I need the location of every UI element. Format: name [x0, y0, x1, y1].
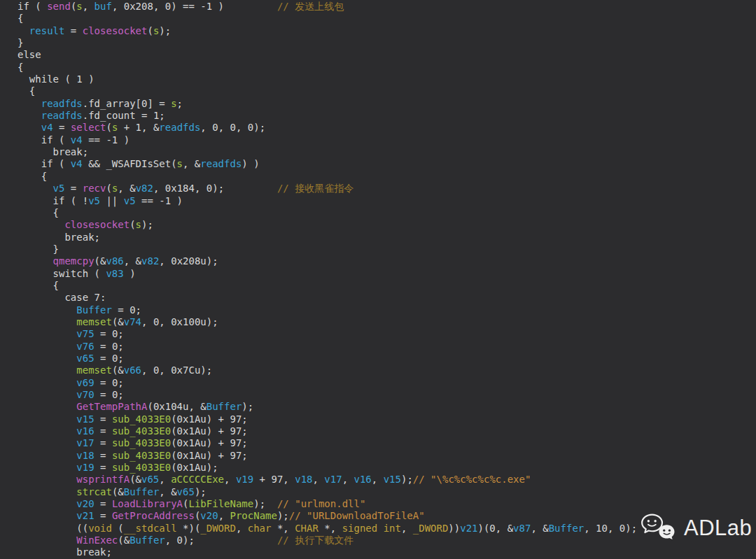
code-token	[18, 450, 76, 461]
code-token: switch (	[18, 268, 106, 279]
code-token: break;	[18, 146, 88, 157]
code-token	[18, 413, 76, 425]
code-token: readfds	[41, 110, 83, 121]
code-token: void	[88, 523, 112, 534]
code-token: (	[147, 25, 153, 36]
code-line: v18 = sub_4033E0(0x1Au) + 97;	[18, 450, 756, 462]
code-line: Buffer = 0;	[18, 304, 756, 316]
code-token: ) )	[241, 158, 259, 169]
code-token: , 0, 0x7Cu);	[141, 365, 212, 376]
code-token: ,	[342, 474, 354, 485]
code-token: s	[76, 1, 82, 12]
code-token: {	[18, 85, 35, 97]
code-token: (&	[112, 486, 124, 497]
code-token	[18, 255, 53, 267]
code-token: , 0, 0, 0);	[200, 122, 265, 133]
code-token: , 0x208u);	[159, 255, 218, 267]
code-token: ))	[448, 523, 460, 534]
code-token: Buffer	[549, 523, 584, 534]
code-token: memset	[76, 316, 112, 327]
code-token: = 0;	[112, 304, 141, 316]
code-token: readfds	[159, 122, 200, 133]
code-token: closesocket	[64, 219, 130, 230]
code-token: );	[401, 474, 413, 485]
code-line: readfds.fd_array[0] = s;	[18, 98, 756, 110]
code-token: v69	[76, 377, 94, 388]
code-token: ||	[100, 195, 124, 206]
code-token: v66	[124, 365, 141, 376]
adlab-logo-text: ADLab	[684, 516, 752, 541]
code-token: =	[53, 122, 71, 133]
code-token: =	[94, 462, 112, 473]
code-token: .fd_count = 1;	[83, 110, 165, 121]
wechat-icon	[640, 511, 678, 545]
code-token: Buffer	[206, 401, 242, 412]
code-token: if (	[18, 158, 71, 169]
code-token: )(0, &	[478, 523, 514, 534]
code-token: (&	[112, 316, 124, 327]
code-token	[18, 486, 76, 497]
code-token	[18, 353, 76, 364]
code-line: if ( !v5 || v5 == -1 )	[18, 195, 756, 207]
code-line: memset(&v74, 0, 0x100u);	[18, 316, 756, 328]
code-line: closesocket(s);	[18, 219, 756, 231]
code-token: , 0);	[165, 535, 277, 546]
code-token: v4	[41, 122, 53, 133]
code-token: ,	[372, 474, 384, 485]
code-token: Buffer	[76, 304, 112, 316]
code-token: ProcName	[230, 510, 277, 521]
code-line: v15 = sub_4033E0(0x1Au) + 97;	[18, 413, 756, 425]
code-token: buf	[94, 1, 112, 12]
code-token: ,	[401, 523, 413, 534]
code-token: );	[277, 510, 289, 521]
code-line: {	[18, 280, 756, 292]
code-token: v5	[88, 195, 100, 206]
code-token: =	[64, 25, 82, 36]
code-token: v15	[76, 413, 94, 425]
code-token: v18	[76, 450, 94, 461]
code-token	[18, 377, 76, 388]
code-line: if ( v4 && _WSAFDIsSet(s, &readfds) )	[18, 158, 756, 170]
code-token	[18, 401, 76, 412]
code-token: LibFileName	[188, 498, 253, 509]
code-token: v18	[295, 474, 312, 485]
code-token: =	[94, 413, 112, 425]
code-token	[18, 341, 76, 352]
code-token: ;	[177, 98, 183, 109]
code-token: strcat	[76, 486, 112, 497]
code-token: v17	[324, 474, 342, 485]
code-token: (	[106, 122, 111, 133]
code-token: = 0;	[94, 341, 124, 352]
code-line: v16 = sub_4033E0(0x1Au) + 97;	[18, 425, 756, 437]
code-token	[18, 462, 76, 473]
code-line: strcat(&Buffer, &v65);	[18, 486, 756, 498]
code-token: Buffer	[124, 486, 160, 497]
code-line: switch ( v83 )	[18, 268, 756, 280]
code-token: *,	[271, 523, 295, 534]
code-token: s	[136, 219, 141, 230]
code-token: (0x1Au) + 97;	[171, 437, 248, 448]
code-token: , &	[183, 158, 200, 169]
code-token: GetProcAddress	[112, 510, 195, 521]
code-token	[18, 437, 76, 448]
code-token: else	[18, 49, 41, 60]
code-token: v16	[354, 474, 372, 485]
code-token: _DWORD	[200, 523, 236, 534]
code-line: readfds.fd_count = 1;	[18, 110, 756, 122]
code-token: + 1, &	[118, 122, 159, 133]
code-token: // "\%c%c%c%c%c.exe"	[413, 474, 531, 485]
code-token: recv	[83, 183, 106, 194]
decompiler-code-view: if ( send(s, buf, 0x208, 0) == -1 ) // 发…	[0, 0, 756, 559]
code-token: ,	[236, 523, 248, 534]
code-token: , 10, 0);	[584, 523, 637, 534]
code-token	[18, 219, 64, 230]
code-token: v4	[71, 158, 83, 169]
code-token: break;	[18, 546, 112, 558]
code-line: break;	[18, 232, 756, 243]
code-token: closesocket	[83, 25, 148, 36]
code-token: v20	[200, 510, 218, 521]
code-line: v69 = 0;	[18, 377, 756, 389]
code-token: =	[94, 510, 112, 521]
code-token: Buffer	[130, 535, 165, 546]
code-token: v4	[71, 134, 83, 146]
